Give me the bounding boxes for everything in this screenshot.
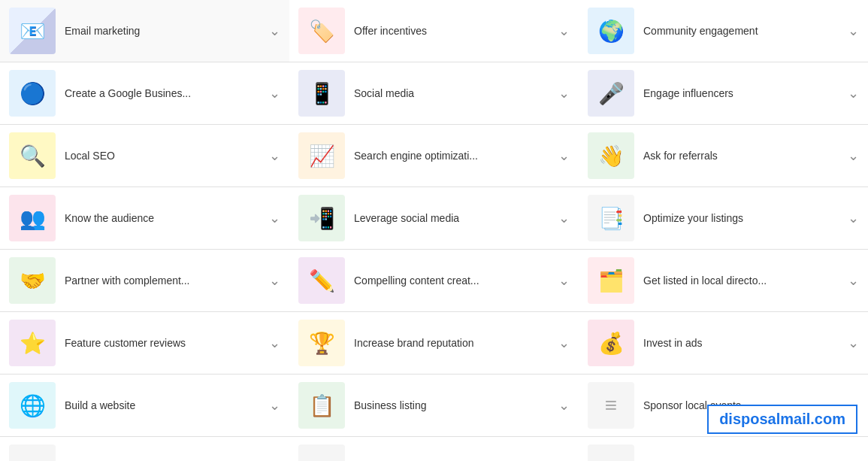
label-engage-influencers: Engage influencers — [643, 86, 842, 100]
lines-icon — [26, 456, 38, 461]
chevron-ask-referrals[interactable]: ⌄ — [848, 147, 859, 164]
thumb-partner-complement: 🤝 — [9, 257, 56, 304]
label-social-media: Social media — [354, 86, 552, 100]
chevron-business-listing[interactable]: ⌄ — [558, 397, 570, 414]
list-item-business-listing[interactable]: 📋Business listing⌄ — [289, 375, 579, 437]
list-item-partner-complement[interactable]: 🤝Partner with complement...⌄ — [0, 250, 289, 312]
thumb-email-marketing: 📧 — [9, 8, 56, 54]
thumb-search-engine-opt: 📈 — [298, 132, 345, 179]
chevron-community-engagement[interactable]: ⌄ — [848, 23, 859, 39]
thumb-social-media: 📱 — [298, 70, 345, 117]
list-item-local-directory[interactable]: 🗂️Get listed in local directo...⌄ — [579, 250, 868, 312]
chevron-google-business[interactable]: ⌄ — [269, 85, 280, 102]
thumb-sponsor-events — [588, 382, 634, 429]
chevron-local-seo[interactable]: ⌄ — [269, 147, 280, 164]
label-community-engagement: Community engagement — [643, 24, 842, 38]
list-item-content-creation[interactable]: ✏️Compelling content creat...⌄ — [289, 250, 579, 312]
thumb-offer-incentives: 🏷️ — [298, 8, 345, 54]
list-item-social-media[interactable]: 📱Social media⌄ — [289, 62, 579, 125]
lines-icon — [605, 393, 617, 417]
chevron-social-media[interactable]: ⌄ — [558, 85, 570, 102]
label-local-seo: Local SEO — [65, 149, 263, 162]
label-business-listing: Business listing — [354, 399, 552, 412]
list-item-build-website[interactable]: 🌐Build a website⌄ — [0, 375, 289, 437]
list-item-ask-referrals[interactable]: 👋Ask for referrals⌄ — [579, 125, 868, 187]
list-item-leverage-social[interactable]: 📲Leverage social media⌄ — [289, 187, 579, 250]
column-3: 🌍Community engagement⌄🎤Engage influencer… — [579, 0, 868, 461]
thumb-local-seo: 🔍 — [9, 132, 56, 179]
thumb-invest-ads: 💰 — [588, 320, 634, 366]
label-partner-complement: Partner with complement... — [65, 274, 263, 287]
chevron-engage-influencers[interactable]: ⌄ — [848, 85, 859, 102]
thumb-content-creation: ✏️ — [298, 257, 345, 304]
list-item-local-seo[interactable]: 🔍Local SEO⌄ — [0, 125, 289, 187]
chevron-invest-ads[interactable]: ⌄ — [848, 335, 859, 351]
chevron-offer-incentives[interactable]: ⌄ — [558, 23, 570, 39]
main-grid: 📧Email marketing⌄🔵Create a Google Busine… — [0, 0, 868, 461]
chevron-optimize-listings[interactable]: ⌄ — [848, 210, 859, 226]
chevron-partner-complement[interactable]: ⌄ — [269, 272, 280, 289]
list-item-offer-incentives[interactable]: 🏷️Offer incentives⌄ — [289, 0, 579, 62]
column-2: 🏷️Offer incentives⌄📱Social media⌄📈Search… — [289, 0, 579, 461]
list-item-community-engagement[interactable]: 🌍Community engagement⌄ — [579, 0, 868, 62]
thumb-community-engagement: 🌍 — [588, 8, 634, 54]
thumb-improve-service — [298, 444, 345, 461]
label-know-audience: Know the audience — [65, 211, 263, 225]
chevron-leverage-social[interactable]: ⌄ — [558, 210, 570, 226]
chevron-content-creation[interactable]: ⌄ — [558, 272, 570, 289]
thumb-build-website: 🌐 — [9, 382, 56, 429]
list-item-engage-influencers[interactable]: 🎤Engage influencers⌄ — [579, 62, 868, 125]
label-google-business: Create a Google Busines... — [65, 86, 263, 100]
label-leverage-social: Leverage social media — [354, 211, 552, 225]
chevron-brand-reputation[interactable]: ⌄ — [558, 335, 570, 351]
chevron-local-directory[interactable]: ⌄ — [848, 272, 859, 289]
list-item-brand-reputation[interactable]: 🏆Increase brand reputation⌄ — [289, 312, 579, 375]
thumb-ask-referrals: 👋 — [588, 132, 634, 179]
thumb-feature-reviews: ⭐ — [9, 320, 56, 366]
label-brand-reputation: Increase brand reputation — [354, 336, 552, 350]
list-item-improve-service[interactable]: Improve customer service⌄ — [289, 437, 579, 461]
watermark: disposalmail.com — [707, 405, 857, 434]
chevron-know-audience[interactable]: ⌄ — [269, 210, 280, 226]
label-optimize-listings: Optimize your listings — [643, 211, 842, 225]
label-offer-incentives: Offer incentives — [354, 24, 552, 38]
chevron-feature-reviews[interactable]: ⌄ — [269, 335, 280, 351]
thumb-leverage-social: 📲 — [298, 195, 345, 241]
thumb-attract-customers — [588, 444, 634, 461]
column-1: 📧Email marketing⌄🔵Create a Google Busine… — [0, 0, 289, 461]
thumb-local-directory: 🗂️ — [588, 257, 634, 304]
label-search-engine-opt: Search engine optimizati... — [354, 149, 552, 162]
chevron-build-website[interactable]: ⌄ — [269, 397, 280, 414]
thumb-business-listing: 📋 — [298, 382, 345, 429]
label-invest-ads: Invest in ads — [643, 336, 842, 350]
label-content-creation: Compelling content creat... — [354, 274, 552, 287]
lines-icon — [316, 456, 328, 461]
list-item-email-marketing[interactable]: 📧Email marketing⌄ — [0, 0, 289, 62]
chevron-search-engine-opt[interactable]: ⌄ — [558, 147, 570, 164]
label-local-directory: Get listed in local directo... — [643, 274, 842, 287]
list-item-google-business[interactable]: 🔵Create a Google Busines...⌄ — [0, 62, 289, 125]
list-item-connect-local[interactable]: Connect with other local ...⌄ — [0, 437, 289, 461]
label-ask-referrals: Ask for referrals — [643, 149, 842, 162]
list-item-know-audience[interactable]: 👥Know the audience⌄ — [0, 187, 289, 250]
thumb-connect-local — [9, 444, 56, 461]
thumb-brand-reputation: 🏆 — [298, 320, 345, 366]
thumb-know-audience: 👥 — [9, 195, 56, 241]
list-item-invest-ads[interactable]: 💰Invest in ads⌄ — [579, 312, 868, 375]
lines-icon — [605, 456, 617, 461]
thumb-optimize-listings: 📑 — [588, 195, 634, 241]
label-feature-reviews: Feature customer reviews — [65, 336, 263, 350]
label-build-website: Build a website — [65, 399, 263, 412]
thumb-google-business: 🔵 — [9, 70, 56, 117]
chevron-email-marketing[interactable]: ⌄ — [269, 23, 280, 39]
thumb-engage-influencers: 🎤 — [588, 70, 634, 117]
label-email-marketing: Email marketing — [65, 24, 263, 38]
list-item-optimize-listings[interactable]: 📑Optimize your listings⌄ — [579, 187, 868, 250]
list-item-search-engine-opt[interactable]: 📈Search engine optimizati...⌄ — [289, 125, 579, 187]
list-item-attract-customers[interactable]: Attract local customers⌄ — [579, 437, 868, 461]
list-item-feature-reviews[interactable]: ⭐Feature customer reviews⌄ — [0, 312, 289, 375]
